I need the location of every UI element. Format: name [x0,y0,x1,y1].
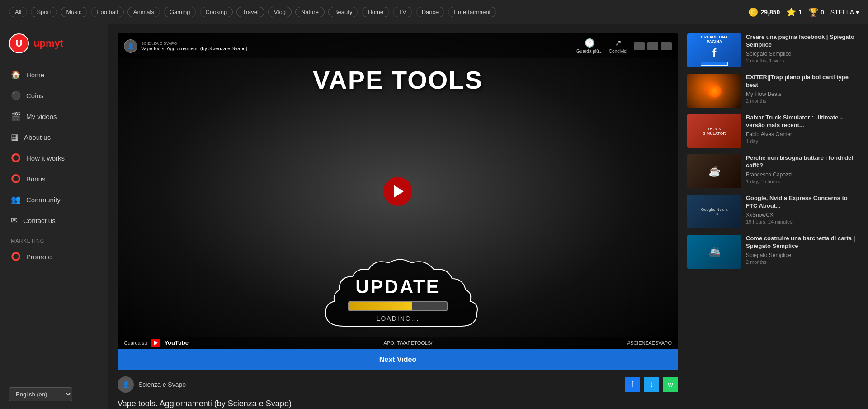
home-icon: 🏠 [11,70,21,80]
video-hashtag: #SCIENZAESVAPO [627,340,672,346]
nav-contactus-label: Contact us [23,217,56,224]
user-controls: 🪙 29,850 ⭐ 1 🏆 0 STELLA ▾ [748,7,859,17]
coin-icon: 🪙 [748,7,758,17]
sidebar-item-how-it-works[interactable]: ⭕ How it works [0,147,108,168]
how-it-works-icon: ⭕ [11,153,21,163]
related-item-4[interactable]: Google, NvidiaFTC Google, Nvidia Express… [687,195,859,228]
nav-myvideos-label: My videos [26,113,57,120]
update-text: UPDATE [355,276,440,298]
related-channel-0: Spiegato Semplice [746,51,859,57]
related-thumb-3: ☕ [687,154,741,188]
logo-letter: U [16,38,22,49]
related-item-0[interactable]: CREARE UNAPAGINA f Creare una pagina fac… [687,33,859,67]
category-tag-dance[interactable]: Dance [416,7,445,17]
facebook-share-button[interactable]: f [625,377,640,392]
trophy-badge: 🏆 0 [808,7,824,17]
category-tag-sport[interactable]: Sport [31,7,57,17]
vape-tools-heading: VAPE TOOLS [313,65,483,95]
language-selector[interactable]: English (en) [9,387,72,401]
category-tag-beauty[interactable]: Beauty [328,7,358,17]
sidebar-item-home[interactable]: 🏠 Home [0,64,108,85]
nav-aboutus-label: About us [24,133,51,141]
video-url: APO.IT/VAPETOOLS/ [384,340,433,346]
sidebar-item-about-us[interactable]: ▦ About us [0,127,108,147]
whatsapp-share-button[interactable]: w [663,377,678,392]
share-buttons: f t w [625,377,678,392]
channel-top-label: SCIENZA E SVAPO [141,41,247,46]
related-item-2[interactable]: TRUCKSIMULATOR Baixar Truck Simulator : … [687,114,859,148]
nav-promote-label: Promote [26,253,52,261]
content-inner: 👤 SCIENZA E SVAPO Vape tools. Aggiorname… [118,33,859,409]
related-title-4: Google, Nvidia Express Concerns to FTC A… [746,195,859,210]
related-time-0: 2 months, 1 week [746,58,859,63]
view-ctrl-2[interactable] [647,42,658,50]
sidebar-item-contact-us[interactable]: ✉ Contact us [0,210,108,231]
youtube-icon [151,339,160,347]
channel-avatar: 👤 [118,376,134,393]
promote-icon: ⭕ [11,252,21,262]
category-tag-animals[interactable]: Animals [127,7,160,17]
category-tag-football[interactable]: Football [91,7,123,17]
play-button[interactable] [383,177,412,206]
sidebar-item-coins[interactable]: ⚫ Coins [0,85,108,106]
related-time-5: 2 months [746,259,859,265]
related-title-0: Creare una pagina facebook | Spiegato Se… [746,33,859,49]
category-tag-nature[interactable]: Nature [295,7,325,17]
my-videos-icon: 🎬 [11,111,21,121]
twitter-icon: t [651,380,652,389]
related-title-2: Baixar Truck Simulator : Ultimate – vers… [746,114,859,129]
channel-name: Scienza e Svapo [138,381,186,388]
top-bar: AllSportMusicFootballAnimalsGamingCookin… [0,0,868,24]
related-title-3: Perché non bisogna buttare i fondi del c… [746,154,859,170]
category-tag-travel[interactable]: Travel [236,7,264,17]
guarda-su-label: Guarda su [124,340,147,346]
username-label: STELLA [830,9,854,16]
related-item-5[interactable]: 🚢 Come costruire una barchetta di carta … [687,235,859,269]
sidebar-item-promote[interactable]: ⭕ Promote [0,246,108,267]
category-tag-entertainment[interactable]: Entertainment [448,7,496,17]
sidebar-item-community[interactable]: 👥 Community [0,189,108,210]
related-info-0: Creare una pagina facebook | Spiegato Se… [746,33,859,67]
sidebar-item-my-videos[interactable]: 🎬 My videos [0,106,108,127]
guarda-piu-label: Guarda più... [576,49,603,54]
video-channel-small: 👤 SCIENZA E SVAPO Vape tools. Aggiorname… [124,39,247,53]
category-tag-tv[interactable]: TV [393,7,412,17]
update-cloud: UPDATE LOADING... [348,276,448,322]
related-time-4: 19 hours, 24 minutes [746,219,859,224]
view-ctrl-1[interactable] [634,42,645,50]
category-tag-cooking[interactable]: Cooking [200,7,233,17]
video-title-small: Vape tools. Aggiornamenti (by Scienza e … [141,46,247,51]
next-video-button[interactable]: Next Video [118,349,678,370]
related-channel-4: XxSnowCX [746,212,859,218]
video-header: 👤 SCIENZA E SVAPO Vape tools. Aggiorname… [118,33,678,58]
related-time-2: 1 day [746,138,859,144]
category-tag-gaming[interactable]: Gaming [164,7,196,17]
view-ctrl-3[interactable] [661,42,672,50]
category-tag-home[interactable]: Home [362,7,389,17]
community-icon: 👥 [11,195,21,204]
twitter-share-button[interactable]: t [644,377,659,392]
sidebar-item-bonus[interactable]: ⭕ Bonus [0,168,108,189]
video-thumbnail[interactable]: 👤 SCIENZA E SVAPO Vape tools. Aggiorname… [118,33,678,349]
category-tag-all[interactable]: All [9,7,27,17]
trophy-icon: 🏆 [808,7,818,17]
video-header-actions: 🕐 Guarda più... ↗ Condividi [576,38,672,54]
category-tag-vlog[interactable]: Vlog [268,7,292,17]
content-area: 👤 SCIENZA E SVAPO Vape tools. Aggiorname… [108,24,868,409]
logo-text: upmyt [33,38,63,49]
watch-more-btn[interactable]: 🕐 Guarda più... [576,38,603,54]
user-dropdown[interactable]: STELLA ▾ [830,9,859,16]
related-channel-5: Spiegato Semplice [746,252,859,258]
related-item-3[interactable]: ☕ Perché non bisogna buttare i fondi del… [687,154,859,188]
share-icon: ↗ [615,38,622,48]
video-section: 👤 SCIENZA E SVAPO Vape tools. Aggiorname… [118,33,678,409]
star-icon: ⭐ [786,7,796,17]
share-btn-header[interactable]: ↗ Condividi [609,38,627,54]
trophy-value: 0 [821,9,824,16]
related-item-1[interactable]: EXITER||Trap piano plaiboi carti type be… [687,74,859,108]
related-info-3: Perché non bisogna buttare i fondi del c… [746,154,859,188]
related-channel-2: Fabio Alves Gamer [746,131,859,138]
video-footer: Guarda su YouTube APO.IT/VAPETOOLS/ #SCI… [118,337,678,349]
category-tag-music[interactable]: Music [61,7,88,17]
condividi-label: Condividi [609,49,627,54]
